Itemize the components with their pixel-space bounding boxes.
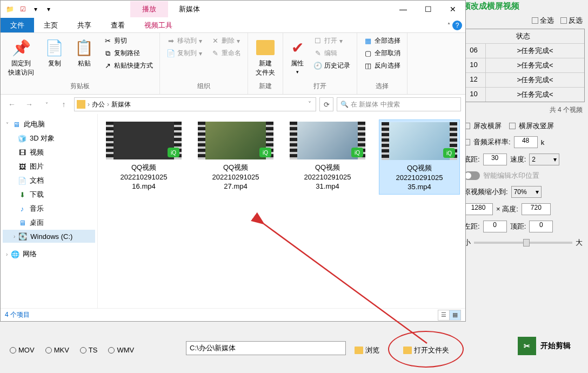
group-label-select: 选择: [362, 82, 403, 92]
folder-icon[interactable]: 📁: [4, 3, 16, 15]
tree-downloads[interactable]: ⬇下载: [3, 188, 95, 202]
checkbox-icon[interactable]: [509, 123, 516, 129]
radio-mkv[interactable]: MKV: [45, 346, 69, 354]
cut-button[interactable]: ✂剪切: [101, 35, 155, 46]
edit-icon: ✎: [313, 49, 322, 58]
overflow-icon[interactable]: ▾: [43, 3, 55, 15]
width-input[interactable]: 1280: [464, 203, 493, 215]
help-icon[interactable]: ?: [452, 21, 462, 30]
bottom-bar: MOV MKV TS WMV C:\办公\新媒体 浏览 打开文件夹 ✂开始剪辑: [0, 330, 588, 373]
output-path-input[interactable]: C:\办公\新媒体: [186, 341, 346, 355]
refresh-button[interactable]: ⟳: [319, 97, 333, 111]
group-label-new: 新建: [252, 82, 278, 92]
copy-button[interactable]: 📄复制: [42, 35, 67, 70]
tree-desktop[interactable]: 🖥桌面: [3, 216, 95, 230]
back-button[interactable]: ←: [5, 97, 19, 111]
close-button[interactable]: ✕: [440, 1, 465, 18]
icons-view-button[interactable]: ▦: [449, 310, 461, 321]
contextual-tab-play: 播放: [130, 1, 168, 17]
file-explorer-window: 📁 ☑ ▾ ▾ 播放 新媒体 — ☐ ✕ 文件 主页 共享 查看 视频工具 ˄ …: [0, 0, 466, 322]
file-item[interactable]: iQ QQ视频20221029102531.mp4: [287, 119, 368, 194]
left-margin-input[interactable]: 0: [483, 221, 507, 232]
scissors-icon: ✂: [518, 337, 536, 355]
paste-button[interactable]: 📋粘贴: [71, 35, 97, 70]
search-icon: 🔍: [340, 101, 349, 108]
size-slider[interactable]: [474, 242, 572, 244]
paste-icon: 📋: [75, 37, 93, 58]
tree-pictures[interactable]: 🖼图片: [3, 159, 95, 174]
select-all-button[interactable]: ▦全部选择: [362, 35, 403, 46]
tree-3d-objects[interactable]: 🧊3D 对象: [3, 131, 95, 145]
tab-file[interactable]: 文件: [1, 18, 34, 32]
radio-wmv[interactable]: WMV: [108, 346, 134, 354]
forward-button[interactable]: →: [22, 97, 36, 111]
checkbox-icon[interactable]: ☑: [17, 3, 29, 15]
select-none-button[interactable]: ▢全部取消: [362, 48, 403, 59]
tree-this-pc[interactable]: ˅🖥此电脑: [3, 117, 95, 131]
pin-to-quick-access-button[interactable]: 📌固定到 快速访问: [5, 35, 37, 79]
properties-button[interactable]: ✔属性▾: [288, 35, 307, 77]
folder-icon: [77, 100, 85, 109]
height-input[interactable]: 720: [522, 203, 551, 215]
chevron-down-icon[interactable]: ˅: [306, 101, 313, 108]
select-all-icon: ▦: [364, 37, 372, 45]
speed-select[interactable]: 2▾: [529, 154, 559, 165]
file-item[interactable]: iQ QQ视频20221029102535.mp4: [379, 119, 460, 195]
tab-video-tools[interactable]: 视频工具: [135, 18, 182, 32]
breadcrumb-segment[interactable]: 新媒体: [111, 100, 131, 109]
radio-ts[interactable]: TS: [80, 346, 98, 354]
collapse-ribbon-icon[interactable]: ˄: [447, 22, 450, 28]
tree-music[interactable]: ♪音乐: [3, 202, 95, 216]
copy-to-button[interactable]: 📄复制到 ▾: [164, 48, 204, 59]
open-button[interactable]: ☐打开 ▾: [311, 35, 352, 46]
invert-selection-button[interactable]: ◫反向选择: [362, 60, 403, 71]
rename-button[interactable]: ✎重命名: [209, 48, 243, 59]
tree-videos[interactable]: 🎞视频: [3, 145, 95, 159]
properties-icon: ✔: [291, 37, 304, 58]
tab-home[interactable]: 主页: [34, 18, 68, 32]
titlebar: 📁 ☑ ▾ ▾ 播放 新媒体 — ☐ ✕: [1, 1, 465, 18]
tree-network[interactable]: ›🌐网络: [3, 247, 95, 261]
history-button[interactable]: 🕘历史记录: [311, 60, 352, 71]
select-none-icon: ▢: [364, 49, 372, 58]
bg-app-title: 频改成横屏视频: [458, 0, 588, 12]
start-button[interactable]: ✂开始剪辑: [518, 337, 571, 355]
tree-documents[interactable]: 📄文档: [3, 174, 95, 188]
paste-shortcut-button[interactable]: ↗粘贴快捷方式: [101, 60, 155, 71]
tab-view[interactable]: 查看: [101, 18, 135, 32]
details-view-button[interactable]: ☰: [438, 310, 450, 321]
browse-button[interactable]: 浏览: [355, 345, 379, 355]
file-item[interactable]: iQ QQ视频20221029102516.mp4: [103, 119, 184, 194]
new-folder-button[interactable]: 新建 文件夹: [252, 35, 278, 79]
search-input[interactable]: 🔍 在 新媒体 中搜索: [337, 97, 461, 111]
top-margin-input[interactable]: 0: [529, 221, 553, 232]
minimize-button[interactable]: —: [391, 1, 416, 18]
chevron-down-icon[interactable]: ▾: [30, 3, 42, 15]
select-all-option[interactable]: 全选: [532, 16, 554, 25]
edit-button[interactable]: ✎编辑: [311, 48, 352, 59]
tab-share[interactable]: 共享: [68, 18, 101, 32]
move-to-button[interactable]: ➡移动到 ▾: [164, 35, 204, 46]
recent-dropdown[interactable]: ˅: [39, 97, 54, 111]
document-icon: 📄: [18, 176, 26, 185]
file-item[interactable]: iQ QQ视频20221029102527.mp4: [195, 119, 276, 194]
radio-mov[interactable]: MOV: [10, 346, 35, 354]
bottom-margin-input[interactable]: 30: [483, 154, 507, 165]
folder-icon: [355, 347, 363, 354]
invert-option[interactable]: 反选: [560, 16, 583, 25]
up-button[interactable]: ↑: [57, 97, 71, 111]
audio-rate-input[interactable]: 48: [514, 136, 538, 148]
delete-button[interactable]: ✕删除 ▾: [209, 35, 243, 46]
watermark-toggle[interactable]: [464, 171, 480, 180]
shrink-select[interactable]: 70%▾: [511, 186, 542, 198]
checkbox-icon: [560, 17, 567, 24]
breadcrumb[interactable]: › 办公 › 新媒体 ˅: [74, 97, 316, 111]
ribbon-tabs: 文件 主页 共享 查看 视频工具 ˄ ?: [1, 18, 465, 33]
copy-path-button[interactable]: ⧉复制路径: [101, 48, 155, 59]
open-icon: ☐: [313, 37, 322, 45]
path-icon: ⧉: [103, 49, 112, 58]
maximize-button[interactable]: ☐: [416, 1, 440, 18]
tree-windows-c[interactable]: ›💽Windows (C:): [3, 230, 95, 243]
breadcrumb-segment[interactable]: 办公: [92, 100, 105, 109]
iqiyi-icon: iQ: [351, 148, 363, 157]
